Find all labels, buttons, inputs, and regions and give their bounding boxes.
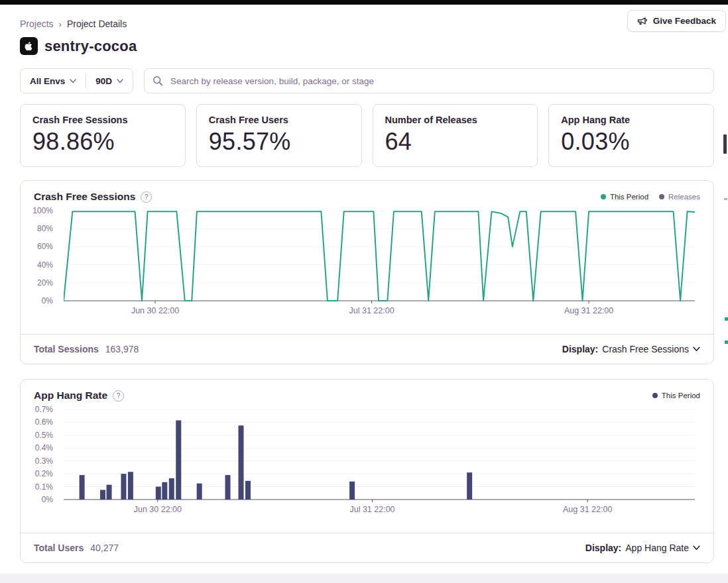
x-axis-labels: Jun 30 22:00Jul 31 22:00Aug 31 22:00 <box>64 304 695 320</box>
chart-footer: Total Users 40,277 Display: App Hang Rat… <box>21 533 713 562</box>
stat-card-number-of-releases: Number of Releases 64 <box>373 104 538 167</box>
stat-value: 98.86% <box>32 128 173 156</box>
stat-card-crash-free-sessions: Crash Free Sessions 98.86% <box>20 104 186 167</box>
search-input[interactable] <box>169 76 705 87</box>
top-black-bar <box>0 0 728 5</box>
total-value: 40,277 <box>90 543 119 553</box>
app-hang-rate-panel: App Hang Rate ? This Period 0.7%0.6%0.5%… <box>20 379 714 563</box>
search-icon <box>152 76 163 86</box>
stat-card-app-hang-rate: App Hang Rate 0.03% <box>548 104 714 167</box>
apple-platform-icon <box>20 37 38 55</box>
breadcrumb-current: Project Details <box>67 19 127 29</box>
total-label: Total Users <box>34 543 84 553</box>
stat-label: Crash Free Sessions <box>32 115 173 125</box>
page-bottom-strip <box>0 574 728 583</box>
clipped-content-sliver <box>723 134 727 154</box>
megaphone-icon <box>637 16 648 26</box>
stat-value: 0.03% <box>561 128 701 156</box>
legend-dot <box>652 393 658 398</box>
help-icon[interactable]: ? <box>113 390 124 401</box>
bar-chart-area: 0.7%0.6%0.5%0.4%0.3%0.2%0.1%0% <box>21 405 713 503</box>
chart-title: Crash Free Sessions <box>34 191 135 203</box>
date-range-label: 90D <box>95 76 112 86</box>
stat-label: Number of Releases <box>385 115 526 125</box>
display-dropdown[interactable]: Display: Crash Free Sessions <box>562 344 700 354</box>
environment-filter-label: All Envs <box>30 76 65 86</box>
breadcrumb-separator-icon: › <box>59 19 62 29</box>
total-label: Total Sessions <box>34 344 99 354</box>
project-title-row: sentry-cocoa <box>20 37 714 55</box>
legend-dot <box>659 194 664 199</box>
chart-legend: This Period Releases <box>601 193 700 201</box>
give-feedback-button[interactable]: Give Feedback <box>627 10 726 32</box>
total-value: 163,978 <box>105 344 139 354</box>
stat-value: 64 <box>385 128 526 156</box>
stat-value: 95.57% <box>209 128 349 156</box>
clipped-content-sliver <box>724 198 727 200</box>
date-range-dropdown[interactable]: 90D <box>86 69 133 93</box>
clipped-content-sliver <box>725 317 728 321</box>
crash-free-sessions-line-chart[interactable] <box>64 211 695 304</box>
stat-card-crash-free-users: Crash Free Users 95.57% <box>196 104 362 167</box>
release-search-box[interactable] <box>144 68 714 93</box>
crash-free-sessions-panel: Crash Free Sessions ? This Period Releas… <box>20 180 714 364</box>
chart-footer: Total Sessions 163,978 Display: Crash Fr… <box>21 334 713 364</box>
chevron-down-icon <box>117 79 123 83</box>
chart-title: App Hang Rate <box>34 390 107 401</box>
x-axis-labels: Jun 30 22:00Jul 31 22:00Aug 31 22:00 <box>64 503 695 519</box>
app-hang-rate-bar-chart[interactable] <box>64 409 695 503</box>
clipped-content-sliver <box>725 341 728 344</box>
page-content: Projects › Project Details sentry-cocoa … <box>0 5 728 563</box>
y-axis-labels: 100%80%60%40%20%0% <box>21 211 58 301</box>
stat-cards-row: Crash Free Sessions 98.86% Crash Free Us… <box>20 104 714 167</box>
chevron-down-icon <box>693 346 700 352</box>
legend-item-this-period: This Period <box>652 392 700 399</box>
help-icon[interactable]: ? <box>141 191 152 203</box>
stat-label: App Hang Rate <box>561 115 701 125</box>
environment-filter-dropdown[interactable]: All Envs <box>21 69 86 93</box>
chevron-down-icon <box>70 79 76 83</box>
legend-item-releases: Releases <box>659 193 700 201</box>
line-chart-area: 100%80%60%40%20%0% <box>21 207 713 304</box>
breadcrumb: Projects › Project Details <box>20 19 714 29</box>
chart-legend: This Period <box>652 392 700 399</box>
legend-item-this-period: This Period <box>601 193 648 201</box>
filter-group: All Envs 90D <box>20 68 133 93</box>
legend-dot <box>601 194 606 199</box>
chevron-down-icon <box>693 545 700 551</box>
stat-label: Crash Free Users <box>209 115 349 125</box>
page-title: sentry-cocoa <box>44 38 137 55</box>
breadcrumb-projects-link[interactable]: Projects <box>20 19 54 29</box>
filter-row: All Envs 90D <box>20 68 714 93</box>
y-axis-labels: 0.7%0.6%0.5%0.4%0.3%0.2%0.1%0% <box>21 409 58 500</box>
display-dropdown[interactable]: Display: App Hang Rate <box>585 543 700 553</box>
